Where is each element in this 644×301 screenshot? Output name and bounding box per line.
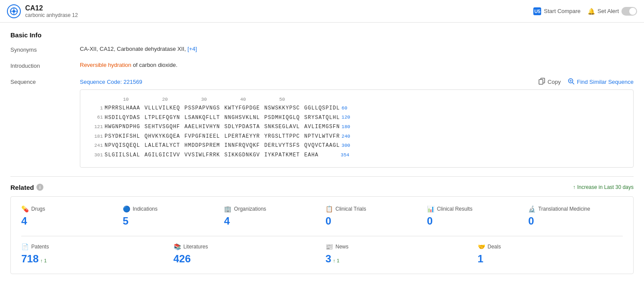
seq-group[interactable]: HMDDPSPREM <box>184 141 220 151</box>
seq-group[interactable]: INNFRQVQKF <box>224 141 260 151</box>
stat-header: 💊Drugs <box>21 205 116 212</box>
stats-grid-row1: 💊Drugs4🔵Indications5🏢Organizations4📋Clin… <box>21 205 623 227</box>
sequence-label: Sequence <box>10 78 80 85</box>
stat-value[interactable]: 1 <box>478 253 483 265</box>
seq-group[interactable]: LALETALYCT <box>145 141 180 151</box>
introduction-label: Introduction <box>10 62 80 69</box>
seq-group[interactable]: QVQVCTAAGL <box>304 141 340 151</box>
seq-group[interactable]: DERLVYTSFS <box>264 141 300 151</box>
seq-group[interactable]: MPRRSLHAAA <box>105 104 140 113</box>
ruler-40: 40 <box>223 97 263 102</box>
related-title: Related i <box>10 184 43 191</box>
seq-group[interactable]: HSDILQYDAS <box>105 113 140 123</box>
seq-row-end: 354 <box>341 151 349 160</box>
seq-group[interactable]: LTPLEFQGYN <box>145 113 180 123</box>
stat-value[interactable]: 0 <box>427 215 433 227</box>
seq-group[interactable]: SLGIILSLAL <box>105 151 140 160</box>
seq-group[interactable]: EAHA <box>304 151 339 160</box>
seq-group[interactable]: SIKKGDNKGV <box>224 151 260 160</box>
sequence-row: Sequence Sequence Code: 221569 Cop <box>10 78 634 168</box>
seq-group[interactable]: AVLIEMGSFN <box>304 122 340 132</box>
seq-group[interactable]: LSANKQFLLT <box>184 113 220 123</box>
seq-group[interactable]: NPVQISQEQL <box>105 141 140 151</box>
synonyms-text: CA-XII, CA12, Carbonate dehydratase XII, <box>80 46 186 52</box>
stat-value[interactable]: 4 <box>21 215 27 227</box>
stat-header: 🔵Indications <box>123 205 217 212</box>
seq-groups: NPVQISQEQLLALETALYCTHMDDPSPREMINNFRQVQKF… <box>105 141 340 151</box>
basic-info-section: Basic Info Synonyms CA-XII, CA12, Carbon… <box>10 31 634 168</box>
seq-group[interactable]: HWGNPNDPHG <box>105 122 140 132</box>
sequence-header: Sequence Code: 221569 Copy <box>80 78 634 86</box>
seq-groups: MPRRSLHAAAVLLLVILKEQPSSPAPVNGSKWTYFGPDGE… <box>105 104 340 113</box>
news-icon: 📰 <box>325 243 333 250</box>
stat-value-wrap: 0 <box>427 215 522 227</box>
stat-value-wrap: 3↑ 1 <box>325 253 471 265</box>
increase-label: ↑ Increase in Last 30 days <box>573 184 634 190</box>
stat-value[interactable]: 3 <box>325 253 331 265</box>
synonyms-more[interactable]: [+4] <box>187 46 197 52</box>
seq-group[interactable]: IYKPATKMET <box>264 151 300 160</box>
seq-group[interactable]: AGILGICIVV <box>145 151 180 160</box>
stat-value-wrap: 0 <box>325 215 420 227</box>
seq-group[interactable]: NPTVLWTVFR <box>304 132 340 142</box>
copy-button[interactable]: Copy <box>539 78 561 86</box>
increase-label-text: Increase in Last 30 days <box>577 184 634 190</box>
stat-value[interactable]: 0 <box>325 215 331 227</box>
seq-row-start: 241 <box>87 142 103 150</box>
related-section: Related i ↑ Increase in Last 30 days 💊Dr… <box>10 176 634 274</box>
drugs-icon: 💊 <box>21 205 29 212</box>
seq-group[interactable]: NSWSKKYPSC <box>264 104 300 113</box>
translational-medicine-icon: 🔬 <box>528 205 536 212</box>
seq-group[interactable]: PSYDKIFSHL <box>105 132 140 142</box>
introduction-highlight: Reversible hydration <box>80 62 131 68</box>
seq-group[interactable]: KWTYFGPDGE <box>224 104 260 113</box>
find-similar-button[interactable]: Find Similar Sequence <box>568 78 634 86</box>
stat-value[interactable]: 0 <box>528 215 534 227</box>
alert-toggle[interactable] <box>621 7 637 16</box>
seq-group[interactable]: SDLYPDASTA <box>224 122 260 132</box>
indications-icon: 🔵 <box>123 205 130 212</box>
seq-group[interactable]: AAELHIVHYN <box>184 122 220 132</box>
stat-value[interactable]: 4 <box>224 215 230 227</box>
stat-value[interactable]: 426 <box>174 253 191 265</box>
seq-group[interactable]: PSSPAPVNGS <box>184 104 220 113</box>
stat-badge: ↑ 1 <box>40 258 47 263</box>
stat-value-wrap: 4 <box>21 215 116 227</box>
sequence-code-link[interactable]: Sequence Code: 221569 <box>80 79 142 85</box>
seq-group[interactable]: SEHTVSGQHF <box>145 122 180 132</box>
seq-row-start: 1 <box>87 104 103 113</box>
clinical-trials-icon: 📋 <box>325 205 333 212</box>
start-compare-button[interactable]: U5 Start Compare <box>533 7 581 15</box>
seq-group[interactable]: VVSIWLFRRK <box>184 151 220 160</box>
seq-group[interactable]: GGLLQSPIDL <box>304 104 340 113</box>
sequence-row: 241NPVQISQEQLLALETALYCTHMDDPSPREMINNFRQV… <box>87 141 626 151</box>
seq-group[interactable]: FVPGFNIEEL <box>184 132 220 142</box>
arrow-up-icon: ↑ <box>573 184 575 190</box>
seq-groups: HWGNPNDPHGSEHTVSGQHFAAELHIVHYNSDLYPDASTA… <box>105 122 340 132</box>
find-similar-icon <box>568 78 575 86</box>
stat-label: Organizations <box>234 206 266 212</box>
sequence-row: 1MPRRSLHAAAVLLLVILKEQPSSPAPVNGSKWTYFGPDG… <box>87 104 626 113</box>
header-right: U5 Start Compare 🔔 Set Alert <box>533 7 637 16</box>
seq-group[interactable]: PSDMHIQGLQ <box>264 113 300 123</box>
sequence-rows: 1MPRRSLHAAAVLLLVILKEQPSSPAPVNGSKWTYFGPDG… <box>87 104 626 160</box>
seq-groups: SLGIILSLALAGILGICIVVVVSIWLFRRKSIKKGDNKGV… <box>105 151 339 160</box>
stat-value[interactable]: 5 <box>123 215 128 227</box>
seq-group[interactable]: YRGSLTTPPС <box>264 132 300 142</box>
set-alert-button[interactable]: 🔔 Set Alert <box>588 7 637 16</box>
seq-group[interactable]: SRYSATQLHL <box>304 113 340 123</box>
seq-group[interactable]: NNGHSVKLNL <box>224 113 260 123</box>
stat-label: Clinical Trials <box>335 206 366 212</box>
seq-group[interactable]: QHVKYKGQEA <box>145 132 180 142</box>
sequence-row: 121HWGNPNDPHGSEHTVSGQHFAAELHIVHYNSDLYPDA… <box>87 122 626 132</box>
stat-value[interactable]: 718 <box>21 253 39 265</box>
related-info-icon[interactable]: i <box>36 184 43 191</box>
seq-group[interactable]: VLLLVILKEQ <box>145 104 180 113</box>
stat-item-drugs: 💊Drugs4 <box>21 205 116 227</box>
seq-group[interactable]: SNKSEGLAVL <box>264 122 300 132</box>
synonyms-value: CA-XII, CA12, Carbonate dehydratase XII,… <box>80 46 634 52</box>
stat-value-wrap: 5 <box>123 215 217 227</box>
seq-group[interactable]: LPERTAEYYR <box>224 132 260 142</box>
start-compare-label: Start Compare <box>544 8 581 14</box>
deals-icon: 🤝 <box>478 243 485 250</box>
